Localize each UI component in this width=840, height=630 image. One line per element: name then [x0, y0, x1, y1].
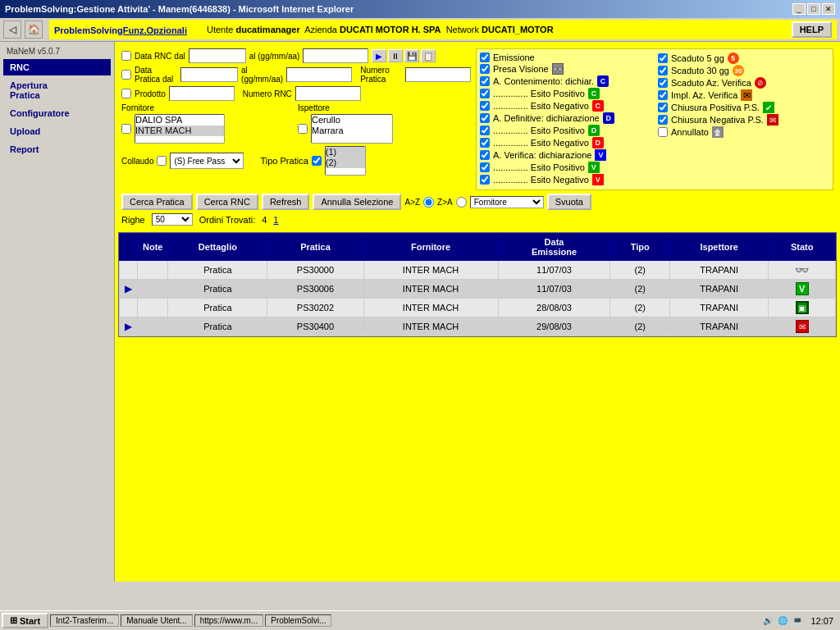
version-label: MaNeM v5.0.7: [3, 45, 111, 57]
scaduto5-row: Scaduto 5 gg 5: [658, 52, 829, 64]
scaduto-az-label: Scaduto Az. Verifica: [671, 78, 751, 88]
prodotto-input[interactable]: [169, 86, 235, 101]
data-pratica-al-input[interactable]: [286, 67, 352, 82]
data-table: Note Dettaglio Pratica Fornitore DataEmi…: [119, 233, 836, 336]
col-tipo: Tipo: [610, 234, 669, 261]
emissione-checkbox[interactable]: [480, 52, 490, 62]
scaduto-az-checkbox[interactable]: [658, 78, 668, 88]
sidebar-item-report[interactable]: Report: [3, 141, 111, 158]
svuota-button[interactable]: Svuota: [547, 194, 591, 210]
collaudo-select[interactable]: (S) Free Pass: [170, 153, 244, 169]
esito-pos-c-label: .............. Esito Positivo: [493, 89, 585, 98]
esito-neg-v-checkbox[interactable]: [480, 175, 490, 185]
cerca-rnc-button[interactable]: Cerca RNC: [196, 194, 258, 210]
sidebar-item-upload[interactable]: Upload: [3, 123, 111, 139]
save-icon[interactable]: 💾: [404, 49, 419, 62]
maximize-button[interactable]: □: [807, 3, 820, 15]
app-title: ProblemSolvingFunz.Opzionali: [54, 23, 187, 36]
row-tipo: (2): [610, 299, 669, 317]
tipo-pratica-checkbox[interactable]: [312, 156, 322, 166]
table-row[interactable]: PraticaPS30202INTER MACH28/08/03(2)TRAPA…: [120, 299, 836, 317]
za-radio[interactable]: [456, 197, 467, 208]
sidebar-item-rnc[interactable]: RNC: [3, 59, 111, 75]
arrow-icon[interactable]: ▶: [125, 321, 132, 332]
title-bar: ProblemSolving:Gestione Attivita' - Mane…: [0, 0, 840, 18]
fornitore-checkbox[interactable]: [121, 124, 131, 134]
window-controls[interactable]: _ □ ✕: [792, 3, 835, 15]
row-dettaglio[interactable]: Pratica: [168, 299, 267, 317]
pause-icon[interactable]: ⏸: [388, 49, 403, 62]
cerca-pratica-button[interactable]: Cerca Pratica: [121, 194, 193, 210]
table-row[interactable]: PraticaPS30000INTER MACH11/07/03(2)TRAPA…: [120, 261, 836, 280]
ispettore-select[interactable]: Cerullo Marrara: [311, 114, 393, 144]
sidebar-item-configuratore[interactable]: Configuratore: [3, 105, 111, 121]
data-rnc-dal-input[interactable]: [189, 48, 246, 63]
collaudo-checkbox[interactable]: [157, 156, 167, 166]
annulla-selezione-button[interactable]: Annulla Selezione: [313, 194, 401, 210]
data-pratica-checkbox[interactable]: [121, 70, 131, 80]
page-link[interactable]: 1: [273, 215, 278, 225]
chiusura-neg-icon: ✉: [767, 114, 778, 126]
row-note: [138, 317, 168, 336]
fornitore-select[interactable]: DALIO SPA INTER MACH: [135, 114, 225, 144]
esito-neg-d-checkbox[interactable]: [480, 138, 490, 148]
annullato-checkbox[interactable]: [658, 127, 668, 137]
az-radio[interactable]: [423, 197, 434, 208]
righe-select[interactable]: 50: [152, 213, 193, 226]
esito-neg-c-checkbox[interactable]: [480, 101, 490, 111]
row-dettaglio[interactable]: Pratica: [168, 261, 267, 280]
data-pratica-dal-input[interactable]: [180, 67, 238, 82]
row-fornitore: INTER MACH: [363, 299, 498, 317]
scaduto5-checkbox[interactable]: [658, 53, 668, 63]
table-row[interactable]: ▶PraticaPS30400INTER MACH29/08/03(2)TRAP…: [120, 317, 836, 336]
row-stato: 👓: [769, 261, 836, 280]
row-arrow: ▶: [120, 280, 138, 299]
help-button[interactable]: HELP: [792, 21, 832, 38]
copy-icon[interactable]: 📋: [421, 49, 436, 62]
tipo-pratica-select[interactable]: (1) (2): [325, 146, 366, 176]
numero-rnc-input[interactable]: [295, 86, 361, 101]
a-verifica-checkbox[interactable]: [480, 150, 490, 160]
chiusura-neg-checkbox[interactable]: [658, 115, 668, 125]
row-pratica: PS30202: [267, 299, 363, 317]
numero-pratica-input[interactable]: [405, 67, 471, 82]
home-icon[interactable]: 🏠: [25, 21, 43, 39]
scaduto30-checkbox[interactable]: [658, 66, 668, 75]
envelope-pair-icon: 👓: [795, 263, 809, 276]
scaduto-az-row: Scaduto Az. Verifica ⊘: [658, 77, 829, 89]
refresh-button[interactable]: Refresh: [262, 194, 310, 210]
a-contenimento-checkbox[interactable]: [480, 76, 490, 86]
envelope-x-icon: ✉: [796, 320, 809, 333]
esito-pos-c-checkbox[interactable]: [480, 89, 490, 98]
minimize-button[interactable]: _: [792, 3, 806, 15]
ispettore-label: Ispettore: [298, 103, 471, 112]
prodotto-checkbox[interactable]: [121, 89, 131, 98]
ispettore-checkbox[interactable]: [298, 124, 308, 134]
presa-visione-checkbox[interactable]: [480, 64, 490, 74]
row-dettaglio[interactable]: Pratica: [168, 317, 267, 336]
esito-pos-d-row: .............. Esito Positivo D: [480, 125, 651, 136]
row-dettaglio[interactable]: Pratica: [168, 280, 267, 299]
row-note: [138, 261, 168, 280]
chiusura-pos-checkbox[interactable]: [658, 103, 668, 112]
table-row[interactable]: ▶PraticaPS30006INTER MACH11/07/03(2)TRAP…: [120, 280, 836, 299]
funz-opzionali-link[interactable]: Funz.Opzionali: [123, 25, 187, 35]
esito-pos-v-checkbox[interactable]: [480, 162, 490, 172]
data-rnc-checkbox[interactable]: [121, 51, 131, 61]
sidebar-item-apertura-pratica[interactable]: AperturaPratica: [3, 77, 111, 103]
close-button[interactable]: ✕: [822, 3, 835, 15]
presa-visione-row: Presa Visione 👓: [480, 63, 651, 75]
data-table-container: Note Dettaglio Pratica Fornitore DataEmi…: [118, 232, 837, 337]
chiusura-pos-row: Chiusura Positiva P.S. ✔: [658, 102, 829, 113]
esito-pos-d-checkbox[interactable]: [480, 126, 490, 135]
impl-az-checkbox[interactable]: [658, 90, 668, 100]
prodotto-label: Prodotto: [135, 89, 166, 98]
play-icon[interactable]: ▶: [372, 49, 386, 62]
arrow-icon[interactable]: ▶: [125, 283, 132, 294]
left-filters: Data RNC dal al (gg/mm/aa) ▶ ⏸ 💾 📋: [121, 48, 471, 190]
a-definitive-checkbox[interactable]: [480, 113, 490, 123]
sort-select[interactable]: Fornitore: [470, 196, 544, 208]
back-icon[interactable]: ◁: [3, 21, 21, 39]
row-stato: ✉: [769, 317, 836, 336]
data-rnc-al-input[interactable]: [303, 48, 368, 63]
